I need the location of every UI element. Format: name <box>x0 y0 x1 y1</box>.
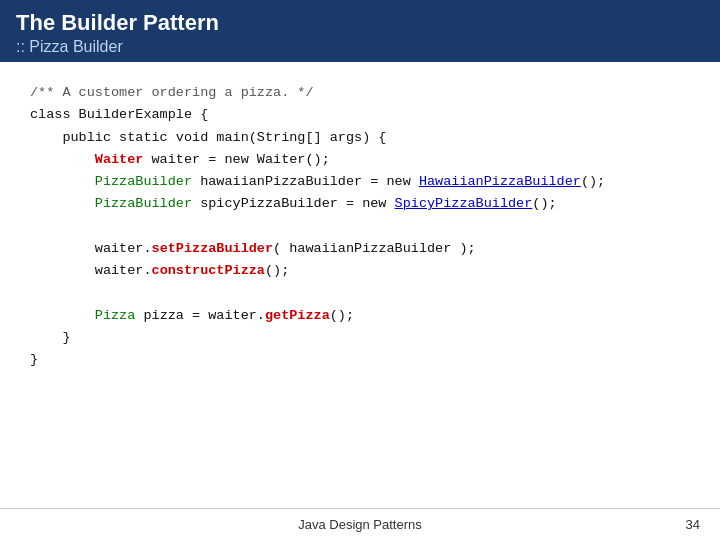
code-line10-post: (); <box>330 308 354 323</box>
code-setpizza: setPizzaBuilder <box>152 241 274 256</box>
code-line7-pre: waiter. <box>30 241 152 256</box>
code-pizzabuilder2: PizzaBuilder <box>95 196 192 211</box>
code-line4-pre <box>30 174 95 189</box>
code-line10-mid: pizza = waiter. <box>135 308 265 323</box>
code-line12: } <box>30 349 690 371</box>
code-line10-pre <box>30 308 95 323</box>
code-line3: Waiter waiter = new Waiter(); <box>30 149 690 171</box>
code-line5-post: (); <box>532 196 556 211</box>
code-comment: /** A customer ordering a pizza. */ <box>30 82 690 104</box>
code-line4-post: (); <box>581 174 605 189</box>
title-sub: :: Pizza Builder <box>16 38 704 56</box>
code-line5-pre <box>30 196 95 211</box>
code-pizza-type: Pizza <box>95 308 136 323</box>
code-getpizza: getPizza <box>265 308 330 323</box>
code-line4-mid: hawaiianPizzaBuilder = new <box>192 174 419 189</box>
footer-page: 34 <box>686 517 700 532</box>
code-line11: } <box>30 327 690 349</box>
code-hawaiian-link: HawaiianPizzaBuilder <box>419 174 581 189</box>
code-line3-post: waiter = new Waiter(); <box>143 152 329 167</box>
code-line8-pre: waiter. <box>30 263 152 278</box>
code-pizzabuilder1: PizzaBuilder <box>95 174 192 189</box>
code-line6 <box>30 216 690 238</box>
code-line1: class BuilderExample { <box>30 104 690 126</box>
code-line9 <box>30 282 690 304</box>
title-bar: The Builder Pattern :: Pizza Builder <box>0 0 720 62</box>
code-line4: PizzaBuilder hawaiianPizzaBuilder = new … <box>30 171 690 193</box>
code-line8-post: (); <box>265 263 289 278</box>
code-line7: waiter.setPizzaBuilder( hawaiianPizzaBui… <box>30 238 690 260</box>
code-line2: public static void main(String[] args) { <box>30 127 690 149</box>
slide: The Builder Pattern :: Pizza Builder /**… <box>0 0 720 540</box>
code-line5: PizzaBuilder spicyPizzaBuilder = new Spi… <box>30 193 690 215</box>
title-main: The Builder Pattern <box>16 10 704 36</box>
code-spicy-link: SpicyPizzaBuilder <box>395 196 533 211</box>
code-line3-pre <box>30 152 95 167</box>
code-line8: waiter.constructPizza(); <box>30 260 690 282</box>
code-waiter-type: Waiter <box>95 152 144 167</box>
code-construct: constructPizza <box>152 263 265 278</box>
footer-text: Java Design Patterns <box>298 517 422 532</box>
footer: Java Design Patterns 34 <box>0 508 720 540</box>
code-line10: Pizza pizza = waiter.getPizza(); <box>30 305 690 327</box>
code-content: /** A customer ordering a pizza. */ clas… <box>0 62 720 508</box>
code-line5-mid: spicyPizzaBuilder = new <box>192 196 395 211</box>
code-line7-post: ( hawaiianPizzaBuilder ); <box>273 241 476 256</box>
